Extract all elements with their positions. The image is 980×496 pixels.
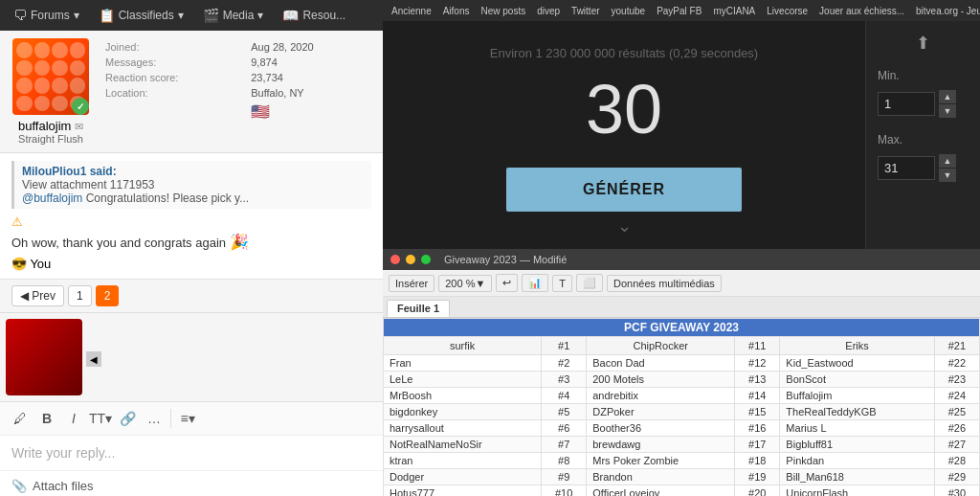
user-section: ✓ buffalojim ✉ Straight Flush Joined: Au…	[0, 31, 383, 153]
page-2-button[interactable]: 2	[96, 285, 120, 306]
toolbar-graph-button[interactable]: 📊	[522, 274, 548, 292]
bookmark-divep[interactable]: divep	[532, 5, 565, 17]
toolbar-text-button[interactable]: T	[552, 275, 572, 292]
max-label: Max.	[878, 133, 969, 147]
reply-editor[interactable]: 🖊 B I TT▾ 🔗 … ≡▾ Write your reply... 📎 A…	[0, 401, 383, 496]
italic-button[interactable]: I	[61, 406, 86, 431]
toolbar-insert-button[interactable]: Insérer	[389, 275, 434, 292]
min-decrement-button[interactable]: ▼	[939, 104, 956, 118]
nav-media-label: Media	[223, 9, 255, 22]
bookmark-new-posts[interactable]: New posts	[477, 5, 531, 17]
forum-nav: 🗨 Forums ▾ 📋 Classifieds ▾ 🎬 Media ▾ 📖 R…	[0, 0, 383, 31]
nav-media[interactable]: 🎬 Media ▾	[197, 4, 270, 27]
collapse-button[interactable]: ◀	[86, 351, 101, 367]
nav-resources[interactable]: 📖 Resou...	[277, 4, 351, 27]
bookmark-livecorse[interactable]: Livecorse	[762, 5, 813, 17]
list-button[interactable]: ≡▾	[175, 406, 200, 431]
bold-button[interactable]: B	[34, 406, 59, 431]
min-stepper: ▲ ▼	[939, 90, 956, 118]
text-size-button[interactable]: TT▾	[88, 406, 113, 431]
resources-icon: 📖	[282, 8, 299, 23]
reaction-value: 23,734	[249, 71, 373, 84]
bookmark-myciana[interactable]: myCIANA	[708, 5, 760, 17]
bookmark-aifons[interactable]: Aifons	[438, 5, 475, 17]
bookmark-ancienne[interactable]: Ancienne	[387, 5, 436, 17]
cell-lele: LeLe	[384, 372, 542, 388]
bookmark-bitvea[interactable]: bitvea.org - Jeu d...	[911, 5, 980, 17]
reaction-display: 😎 You	[11, 257, 371, 271]
bookmark-twitter[interactable]: Twitter	[567, 5, 604, 17]
post-message: Oh wow, thank you and congrats again 🎉	[11, 233, 371, 251]
cell-10: #10	[542, 485, 587, 497]
online-badge: ✓	[72, 98, 89, 115]
nav-resources-label: Resou...	[302, 9, 345, 22]
close-window-button[interactable]	[390, 255, 400, 264]
toolbar-undo-button[interactable]: ↩	[496, 274, 518, 292]
cell-pinkdan: Pinkdan	[780, 453, 934, 469]
warning-icon: ⚠	[11, 214, 371, 229]
quoted-attachment: View attachment 1171953	[22, 178, 155, 192]
cell-26: #26	[934, 420, 979, 437]
right-panel: Ancienne Aifons New posts divep Twitter …	[383, 0, 980, 496]
joined-value: Aug 28, 2020	[249, 40, 373, 54]
more-button[interactable]: …	[142, 406, 167, 431]
page-1-button[interactable]: 1	[68, 285, 92, 306]
max-decrement-button[interactable]: ▼	[939, 169, 956, 182]
cell-25: #25	[934, 404, 979, 420]
cell-24: #24	[934, 388, 979, 404]
cell-15: #15	[735, 404, 780, 420]
bookmark-paypal[interactable]: PayPal FB	[652, 5, 706, 17]
location-value: Buffalo, NY	[249, 86, 373, 100]
post-thumbnail	[6, 319, 82, 395]
share-icon[interactable]: ⬆	[878, 33, 969, 54]
cell-bacon-dad: Bacon Dad	[587, 355, 735, 372]
toolbar-zoom-button[interactable]: 200 %▼	[438, 275, 492, 292]
editor-area[interactable]: Write your reply...	[0, 436, 383, 470]
spreadsheet-window: Giveaway 2023 — Modifié Insérer 200 %▼ ↩…	[383, 249, 980, 496]
toolbar-figure-button[interactable]: ⬜	[576, 274, 603, 292]
sheet-tab-1[interactable]: Feuille 1	[387, 300, 450, 317]
spreadsheet-table: PCF GIVEAWAY 2023 surfik #1 ChipRocker #…	[383, 318, 980, 496]
mention[interactable]: @buffalojim	[22, 192, 82, 205]
cell-therealteddykgb: TheRealTeddyKGB	[780, 404, 934, 420]
link-button[interactable]: 🔗	[115, 406, 140, 431]
media-icon: 🎬	[203, 8, 219, 23]
table-row: MrBoosh #4 andrebitix #14 Buffalojim #24	[384, 388, 980, 404]
nav-forums[interactable]: 🗨 Forums ▾	[8, 4, 85, 27]
avatar-container: ✓ buffalojim ✉ Straight Flush	[8, 38, 94, 145]
attach-files-button[interactable]: 📎 Attach files	[0, 470, 383, 496]
max-input[interactable]	[878, 156, 935, 180]
cell-27: #27	[934, 437, 979, 453]
quoted-user[interactable]: MilouPliou1 said:	[22, 165, 117, 178]
classifieds-icon: 📋	[99, 8, 115, 23]
prev-page-button[interactable]: ◀ Prev	[11, 285, 64, 306]
username[interactable]: buffalojim	[18, 119, 71, 133]
toolbar-multimedia-button[interactable]: Données multimédias	[607, 275, 722, 292]
max-increment-button[interactable]: ▲	[939, 154, 956, 168]
bookmark-youtube[interactable]: youtube	[607, 5, 651, 17]
nav-classifieds[interactable]: 📋 Classifieds ▾	[93, 4, 189, 27]
cell-notrealname: NotRealNameNoSir	[384, 437, 542, 453]
sheet-table-container: PCF GIVEAWAY 2023 surfik #1 ChipRocker #…	[383, 318, 980, 496]
table-row: ktran #8 Mrs Poker Zombie #18 Pinkdan #2…	[384, 453, 980, 469]
cell-dzpoker: DZPoker	[587, 404, 735, 420]
bookmark-echess[interactable]: Jouer aux échiess...	[814, 5, 909, 17]
cell-12: #12	[735, 355, 780, 372]
minimize-window-button[interactable]	[406, 255, 415, 264]
sheet-tabs: Feuille 1	[383, 297, 980, 318]
rng-sidebar: ⬆ Min. ▲ ▼ Max. ▲ ▼	[865, 21, 980, 260]
cell-4: #4	[542, 388, 587, 404]
format-brush-button[interactable]: 🖊	[8, 406, 33, 431]
col-header-1: #1	[542, 337, 587, 355]
cell-bigdonkey: bigdonkey	[384, 404, 542, 420]
min-increment-button[interactable]: ▲	[939, 90, 956, 103]
generate-button[interactable]: GÉNÉRER	[506, 168, 742, 212]
sheet-titlebar: Giveaway 2023 — Modifié	[383, 249, 980, 270]
chevron-down-icon[interactable]: ⌄	[402, 215, 846, 237]
editor-placeholder: Write your reply...	[11, 445, 115, 461]
max-input-group: ▲ ▼	[878, 154, 969, 182]
col-header-eriks: Eriks	[780, 337, 934, 355]
maximize-window-button[interactable]	[421, 255, 431, 264]
min-input[interactable]	[878, 92, 935, 116]
pagination: ◀ Prev 1 2	[0, 280, 383, 313]
